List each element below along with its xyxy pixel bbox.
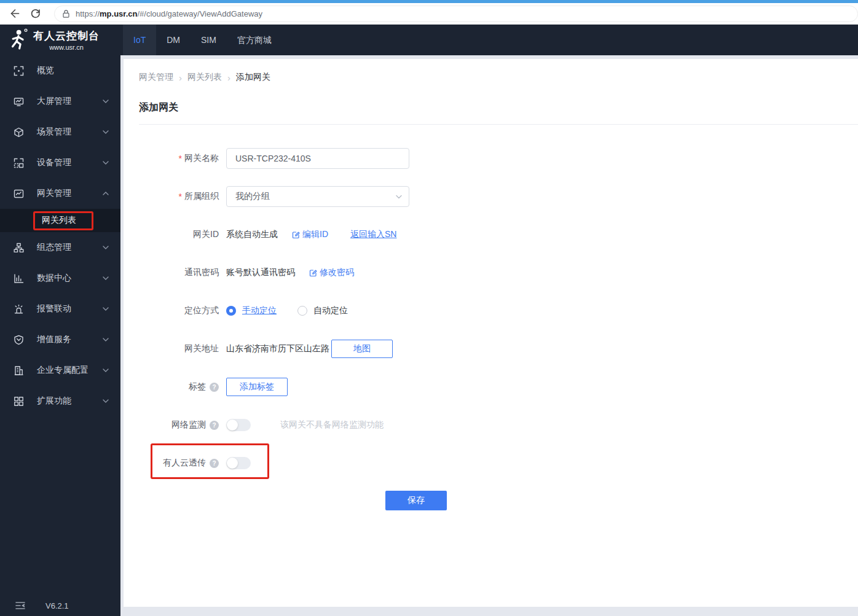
chevron-down-icon [102, 336, 109, 343]
breadcrumb-separator: › [227, 72, 230, 83]
sidebar-item-gateway[interactable]: 网关管理 [0, 178, 120, 209]
chevron-down-icon [102, 367, 109, 374]
sidebar-item-overview[interactable]: 概览 [0, 55, 120, 86]
sidebar-item-label: 数据中心 [37, 273, 102, 284]
gateway-name-label: * 网关名称 [139, 153, 226, 164]
gateway-icon [14, 189, 24, 199]
location-mode-label: 定位方式 [139, 305, 226, 316]
sidebar-item-label: 组态管理 [37, 242, 102, 253]
edit-id-link[interactable]: 编辑ID [291, 229, 328, 240]
help-icon[interactable]: ? [210, 383, 219, 392]
sidebar-subitem-label: 网关列表 [42, 215, 76, 226]
sidebar-item-extensions[interactable]: 扩展功能 [0, 386, 120, 416]
organization-select[interactable]: 我的分组 [226, 186, 409, 207]
chevron-down-icon [102, 98, 109, 105]
sidebar: 概览 大屏管理 场景管理 设备管理 网关管理 网关列表 组 [0, 55, 120, 616]
tab-dm[interactable]: DM [156, 25, 191, 55]
gateway-address-value: 山东省济南市历下区山左路 [226, 343, 329, 354]
chevron-down-icon [102, 275, 109, 282]
sidebar-item-label: 场景管理 [37, 127, 102, 138]
sidebar-item-device[interactable]: 设备管理 [0, 147, 120, 178]
collapse-sidebar-icon[interactable] [15, 601, 26, 610]
breadcrumb-gateway-list[interactable]: 网关列表 [187, 72, 222, 83]
browser-chrome: https://mp.usr.cn/#/cloud/gateway/ViewAd… [0, 0, 858, 25]
auto-location-option[interactable]: 自动定位 [313, 305, 348, 316]
required-marker: * [179, 192, 182, 201]
auto-location-radio[interactable] [297, 306, 307, 316]
add-gateway-form: * 网关名称 * 所属组织 我的分组 网关ID 系统自动生成 [139, 148, 858, 510]
network-monitor-hint: 该网关不具备网络监测功能 [280, 419, 384, 431]
sidebar-item-label: 网关管理 [37, 188, 102, 199]
gateway-id-value: 系统自动生成 [226, 229, 278, 240]
alarm-icon [14, 304, 24, 314]
sidebar-item-datacenter[interactable]: 数据中心 [0, 263, 120, 294]
chevron-down-icon [102, 128, 109, 136]
gateway-name-input[interactable] [226, 148, 409, 169]
tab-sim[interactable]: SIM [191, 25, 227, 55]
breadcrumb-gateway-management[interactable]: 网关管理 [139, 72, 173, 83]
logo-subtitle: www.usr.cn [33, 44, 100, 51]
comm-password-label: 通讯密码 [139, 267, 226, 278]
sidebar-item-label: 概览 [37, 65, 109, 76]
chevron-down-icon [102, 397, 109, 405]
gateway-id-label: 网关ID [139, 229, 226, 240]
help-icon[interactable]: ? [210, 459, 219, 468]
sidebar-item-scene[interactable]: 场景管理 [0, 117, 120, 147]
lock-icon [62, 9, 70, 18]
scene-icon [14, 127, 24, 138]
sidebar-item-bigscreen[interactable]: 大屏管理 [0, 86, 120, 117]
sidebar-item-enterprise[interactable]: 企业专属配置 [0, 355, 120, 386]
sidebar-item-label: 增值服务 [37, 334, 102, 345]
organization-label: * 所属组织 [139, 191, 226, 202]
chevron-down-icon [102, 159, 109, 166]
refresh-icon[interactable] [30, 7, 42, 20]
organization-selected-value: 我的分组 [235, 191, 395, 202]
url-bar[interactable]: https://mp.usr.cn/#/cloud/gateway/ViewAd… [54, 6, 858, 22]
overview-icon [14, 66, 24, 76]
required-marker: * [179, 154, 182, 163]
value-added-service-icon [14, 335, 24, 345]
cloud-passthrough-label: 有人云透传 ? [139, 458, 226, 469]
manual-location-radio[interactable] [226, 306, 236, 316]
toggle-knob [227, 419, 238, 431]
configuration-icon [14, 243, 24, 253]
chevron-down-icon [395, 193, 403, 200]
sidebar-item-configuration[interactable]: 组态管理 [0, 232, 120, 263]
chevron-down-icon [102, 244, 109, 251]
datacenter-icon [14, 273, 24, 284]
edit-icon [291, 230, 300, 239]
sidebar-subitem-gateway-list[interactable]: 网关列表 [0, 209, 120, 232]
manual-location-option[interactable]: 手动定位 [242, 305, 277, 316]
edit-icon [309, 268, 317, 277]
device-icon [14, 158, 24, 168]
top-nav-tabs: IoT DM SIM 官方商城 [123, 25, 282, 55]
chevron-up-icon [102, 190, 109, 197]
add-tag-button[interactable]: 添加标签 [226, 378, 288, 396]
sidebar-item-label: 大屏管理 [37, 96, 102, 107]
comm-password-value: 账号默认通讯密码 [226, 267, 295, 278]
page-title: 添加网关 [139, 101, 858, 114]
save-button[interactable]: 保存 [385, 491, 447, 510]
tab-shop[interactable]: 官方商城 [227, 25, 282, 55]
logo[interactable]: 有人云控制台 www.usr.cn [0, 25, 120, 55]
chevron-down-icon [102, 305, 109, 313]
sidebar-item-label: 企业专属配置 [37, 365, 102, 376]
logo-title: 有人云控制台 [33, 29, 100, 43]
network-monitor-label: 网络监测 ? [139, 419, 226, 431]
enterprise-icon [14, 365, 24, 376]
sidebar-item-alarm[interactable]: 报警联动 [0, 294, 120, 324]
title-divider [139, 124, 858, 125]
help-icon[interactable]: ? [210, 421, 219, 430]
network-monitor-toggle[interactable] [226, 419, 251, 431]
tab-iot[interactable]: IoT [123, 25, 156, 55]
usr-logo-icon [8, 28, 29, 52]
extensions-icon [14, 396, 24, 407]
change-password-link[interactable]: 修改密码 [309, 267, 354, 278]
sidebar-item-vas[interactable]: 增值服务 [0, 324, 120, 355]
toggle-knob [227, 458, 238, 469]
back-to-sn-link[interactable]: 返回输入SN [350, 229, 396, 240]
map-button[interactable]: 地图 [331, 340, 393, 358]
cloud-passthrough-toggle[interactable] [226, 457, 251, 469]
back-icon[interactable] [9, 7, 21, 20]
sidebar-item-label: 设备管理 [37, 157, 102, 168]
